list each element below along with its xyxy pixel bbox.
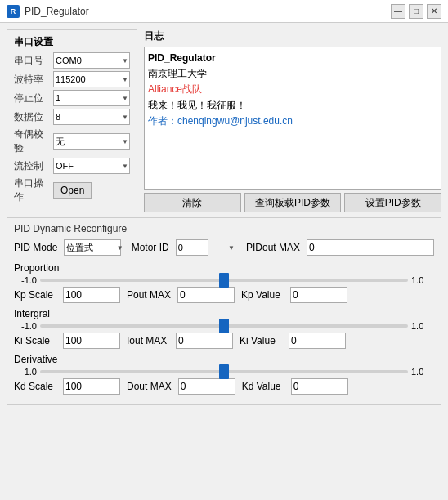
intergral-slider-min: -1.0	[14, 321, 37, 331]
proportion-slider-thumb[interactable]	[219, 273, 229, 288]
derivative-slider-max: 1.0	[411, 367, 434, 377]
intergral-param-row: Ki Scale Iout MAX Ki Value	[14, 333, 434, 349]
kp-value-label: Kp Value	[241, 289, 284, 301]
close-button[interactable]: ✕	[427, 4, 441, 19]
dout-max-label: Dout MAX	[127, 381, 172, 392]
baud-row: 波特率 9600192003840057600115200 ▼	[14, 71, 130, 87]
baud-select[interactable]: 9600192003840057600115200	[53, 71, 130, 87]
pidout-max-input[interactable]	[307, 239, 434, 256]
log-line-appname: PID_Regulator	[148, 51, 437, 66]
pidout-max-label: PIDout MAX	[246, 242, 300, 253]
kp-scale-input[interactable]	[63, 287, 120, 303]
derivative-title: Derivative	[14, 354, 434, 365]
flowcontrol-select-wrapper: OFFON ▼	[53, 158, 130, 174]
databit-select-wrapper: 5678 ▼	[53, 109, 130, 125]
window-controls: — □ ✕	[391, 4, 441, 19]
kp-value-input[interactable]	[290, 287, 347, 303]
main-content: 串口设置 串口号 COM0COM1COM2COM3 ▼ 波特率 96001920…	[0, 23, 448, 412]
pid-mode-select-wrapper: 位置式增量式 ▼	[64, 239, 124, 256]
derivative-slider-thumb[interactable]	[219, 364, 229, 379]
pid-section-title: PID Dynamic Reconfigure	[14, 223, 434, 234]
proportion-slider-row: -1.0 1.0	[14, 275, 434, 285]
databit-label: 数据位	[14, 110, 50, 124]
log-line-author: 作者：chenqingwu@njust.edu.cn	[148, 114, 437, 129]
port-row: 串口号 COM0COM1COM2COM3 ▼	[14, 52, 130, 69]
app-icon: R	[7, 5, 20, 18]
dout-max-input[interactable]	[178, 378, 235, 395]
parity-row: 奇偶校验 无奇偶 ▼	[14, 127, 130, 155]
derivative-slider-min: -1.0	[14, 367, 37, 377]
port-operation-row: 串口操作 Open	[14, 176, 130, 204]
kd-scale-label: Kd Scale	[14, 381, 56, 392]
ki-scale-label: Ki Scale	[14, 335, 56, 346]
flowcontrol-row: 流控制 OFFON ▼	[14, 158, 130, 174]
log-panel: 日志 PID_Regulator 南京理工大学 Alliance战队 我来！我见…	[144, 29, 441, 212]
log-title: 日志	[144, 29, 441, 43]
log-line-alliance: Alliance战队	[148, 82, 437, 97]
iout-max-label: Iout MAX	[127, 335, 169, 346]
baud-label: 波特率	[14, 73, 50, 87]
pout-max-label: Pout MAX	[127, 289, 171, 301]
motor-id-select-wrapper: 0123 ▼	[176, 239, 236, 256]
log-line-welcome: 我来！我见！我征服！	[148, 98, 437, 114]
proportion-param-row: Kp Scale Pout MAX Kp Value	[14, 287, 434, 303]
intergral-slider-thumb[interactable]	[219, 319, 229, 333]
kd-value-input[interactable]	[291, 378, 348, 395]
parity-label: 奇偶校验	[14, 127, 50, 155]
proportion-title: Proportion	[14, 262, 434, 274]
port-select[interactable]: COM0COM1COM2COM3	[53, 52, 130, 69]
parity-select[interactable]: 无奇偶	[53, 133, 130, 150]
set-pid-button[interactable]: 设置PID参数	[344, 193, 441, 212]
proportion-slider-track[interactable]	[40, 279, 408, 282]
window-title: PID_Regulator	[25, 6, 89, 17]
ki-value-input[interactable]	[289, 333, 346, 349]
ki-scale-input[interactable]	[63, 333, 120, 349]
stopbit-row: 停止位 11.52 ▼	[14, 90, 130, 106]
pout-max-input[interactable]	[177, 287, 235, 303]
log-area: PID_Regulator 南京理工大学 Alliance战队 我来！我见！我征…	[144, 47, 441, 190]
pid-mode-label: PID Mode	[14, 242, 57, 253]
minimize-button[interactable]: —	[391, 4, 405, 19]
maximize-button[interactable]: □	[409, 4, 423, 19]
log-buttons: 清除 查询板载PID参数 设置PID参数	[144, 193, 441, 212]
intergral-slider-max: 1.0	[411, 321, 434, 331]
intergral-slider-track[interactable]	[40, 324, 408, 328]
ki-value-label: Ki Value	[240, 335, 282, 346]
serial-panel-title: 串口设置	[14, 35, 130, 49]
iout-max-input[interactable]	[176, 333, 233, 349]
motor-id-label: Motor ID	[132, 242, 169, 253]
query-pid-button[interactable]: 查询板载PID参数	[244, 193, 342, 212]
derivative-slider-track[interactable]	[40, 370, 408, 373]
title-bar: R PID_Regulator — □ ✕	[0, 0, 448, 23]
derivative-section: Derivative -1.0 1.0 Kd Scale Dout MAX Kd…	[14, 354, 434, 395]
pid-mode-row: PID Mode 位置式增量式 ▼ Motor ID 0123 ▼ PIDout…	[14, 239, 434, 256]
kd-value-label: Kd Value	[242, 381, 284, 392]
baud-select-wrapper: 9600192003840057600115200 ▼	[53, 71, 130, 87]
open-button[interactable]: Open	[53, 182, 92, 199]
kd-scale-input[interactable]	[63, 378, 120, 395]
pid-mode-select[interactable]: 位置式增量式	[64, 239, 121, 256]
parity-select-wrapper: 无奇偶 ▼	[53, 133, 130, 150]
flowcontrol-select[interactable]: OFFON	[53, 158, 130, 174]
pid-section: PID Dynamic Reconfigure PID Mode 位置式增量式 …	[7, 217, 441, 405]
motor-id-select[interactable]: 0123	[176, 239, 208, 256]
stopbit-select[interactable]: 11.52	[53, 90, 130, 106]
motor-id-arrow: ▼	[228, 244, 235, 252]
top-section: 串口设置 串口号 COM0COM1COM2COM3 ▼ 波特率 96001920…	[7, 29, 441, 212]
proportion-slider-max: 1.0	[411, 275, 434, 285]
databit-select[interactable]: 5678	[53, 109, 130, 125]
flowcontrol-label: 流控制	[14, 159, 50, 173]
port-label: 串口号	[14, 54, 50, 68]
serial-panel: 串口设置 串口号 COM0COM1COM2COM3 ▼ 波特率 96001920…	[7, 29, 137, 212]
intergral-title: Intergral	[14, 308, 434, 319]
clear-button[interactable]: 清除	[144, 193, 241, 212]
log-line-university: 南京理工大学	[148, 66, 437, 82]
title-bar-left: R PID_Regulator	[7, 5, 89, 18]
intergral-slider-row: -1.0 1.0	[14, 321, 434, 331]
stopbit-label: 停止位	[14, 92, 50, 105]
stopbit-select-wrapper: 11.52 ▼	[53, 90, 130, 106]
proportion-slider-min: -1.0	[14, 275, 37, 285]
intergral-section: Intergral -1.0 1.0 Ki Scale Iout MAX Ki …	[14, 308, 434, 349]
derivative-param-row: Kd Scale Dout MAX Kd Value	[14, 378, 434, 395]
proportion-section: Proportion -1.0 1.0 Kp Scale Pout MAX Kp…	[14, 262, 434, 303]
